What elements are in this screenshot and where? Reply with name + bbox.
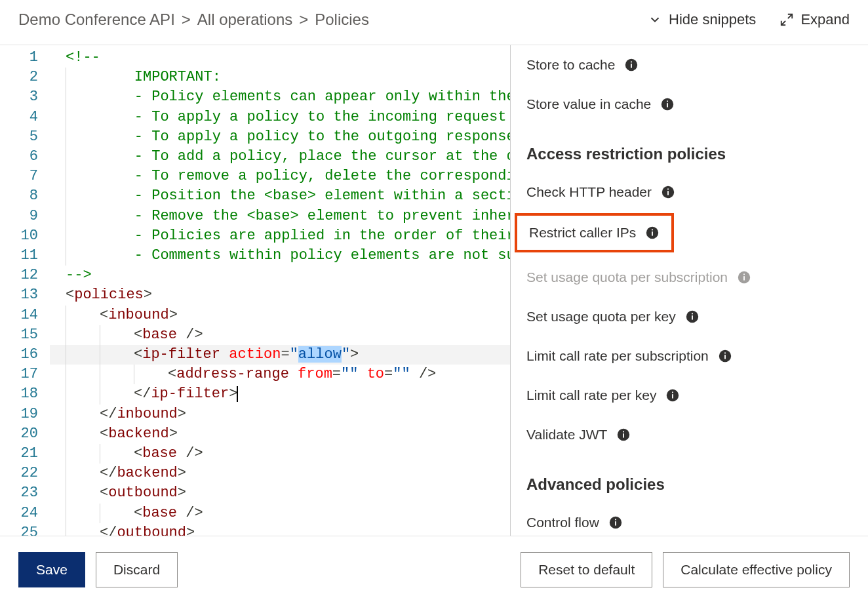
code-line[interactable]: <!-- xyxy=(50,48,510,68)
svg-rect-18 xyxy=(692,315,693,319)
line-number: 13 xyxy=(0,285,50,305)
snippet-label: Control flow xyxy=(526,515,599,530)
expand-icon xyxy=(779,12,794,27)
info-icon[interactable] xyxy=(665,388,680,403)
code-line[interactable]: </outbound> xyxy=(50,523,510,536)
code-line[interactable]: </ip-filter> xyxy=(50,384,510,404)
svg-rect-24 xyxy=(672,394,673,398)
code-line[interactable]: <base /> xyxy=(50,444,510,464)
line-number: 18 xyxy=(0,384,50,404)
svg-rect-27 xyxy=(623,433,624,437)
snippet-item[interactable]: Store value in cache xyxy=(526,85,852,124)
line-number: 6 xyxy=(0,147,50,167)
line-number: 16 xyxy=(0,345,50,365)
line-number: 11 xyxy=(0,246,50,266)
line-number: 2 xyxy=(0,68,50,87)
info-icon[interactable] xyxy=(608,515,623,530)
snippet-item[interactable]: Limit call rate per subscription xyxy=(526,336,852,376)
line-number: 8 xyxy=(0,186,50,206)
snippets-pane: Store to cacheStore value in cacheAccess… xyxy=(511,45,868,536)
svg-line-0 xyxy=(788,14,792,18)
expand-label: Expand xyxy=(800,11,850,28)
breadcrumb-separator: > xyxy=(299,10,308,29)
snippet-label: Store value in cache xyxy=(526,96,651,112)
discard-button[interactable]: Discard xyxy=(96,552,178,587)
header: Demo Conference API > All operations > P… xyxy=(0,0,868,45)
code-line[interactable]: --> xyxy=(50,266,510,285)
code-line[interactable]: - To add a policy, place the cursor at t… xyxy=(50,147,510,167)
svg-rect-7 xyxy=(667,101,668,102)
line-number: 24 xyxy=(0,504,50,523)
reset-button[interactable]: Reset to default xyxy=(521,552,652,587)
svg-rect-21 xyxy=(724,355,726,359)
line-number: 1 xyxy=(0,48,50,68)
snippet-label: Limit call rate per key xyxy=(526,387,656,403)
svg-rect-19 xyxy=(692,313,693,315)
snippet-label: Check HTTP header xyxy=(526,184,652,200)
code-line[interactable]: - To apply a policy to the incoming requ… xyxy=(50,108,510,127)
info-icon[interactable] xyxy=(718,349,732,363)
code-line[interactable]: <inbound> xyxy=(50,306,510,325)
snippet-item[interactable]: Store to cache xyxy=(526,45,852,85)
breadcrumb-separator: > xyxy=(182,10,191,29)
calculate-button[interactable]: Calculate effective policy xyxy=(663,552,850,587)
snippet-label: Set usage quota per subscription xyxy=(526,269,728,285)
line-number: 19 xyxy=(0,405,50,424)
snippet-item[interactable]: Set usage quota per key xyxy=(526,297,852,336)
code-line[interactable]: - Policies are applied in the order of t… xyxy=(50,226,510,246)
code-editor[interactable]: <!-- IMPORTANT: - Policy elements can ap… xyxy=(50,45,510,536)
snippet-item[interactable]: Set usage quota per subscription xyxy=(526,258,852,297)
svg-rect-3 xyxy=(631,64,633,68)
snippet-label: Set usage quota per key xyxy=(526,309,676,325)
info-icon[interactable] xyxy=(616,427,631,442)
snippet-section-title: Access restriction policies xyxy=(526,124,852,172)
code-line[interactable]: <backend> xyxy=(50,424,510,444)
info-icon[interactable] xyxy=(660,97,675,111)
code-line[interactable]: <base /> xyxy=(50,504,510,523)
header-actions: Hide snippets Expand xyxy=(648,11,850,28)
snippet-label: Store to cache xyxy=(526,57,615,73)
info-icon[interactable] xyxy=(661,185,675,199)
code-line[interactable]: <ip-filter action="allow"> xyxy=(50,345,510,365)
svg-rect-10 xyxy=(667,189,669,190)
snippet-item[interactable]: Check HTTP header xyxy=(526,172,852,212)
line-number: 4 xyxy=(0,108,50,127)
line-number: 22 xyxy=(0,464,50,483)
hide-snippets-button[interactable]: Hide snippets xyxy=(648,11,756,28)
code-line[interactable]: </inbound> xyxy=(50,405,510,424)
svg-rect-22 xyxy=(724,353,726,354)
snippet-item[interactable]: Limit call rate per key xyxy=(526,376,852,415)
code-line[interactable]: - Position the <base> element within a s… xyxy=(50,186,510,206)
code-line[interactable]: <address-range from="" to="" /> xyxy=(50,365,510,384)
breadcrumb-item[interactable]: Demo Conference API xyxy=(18,10,175,29)
svg-rect-16 xyxy=(743,274,745,275)
expand-button[interactable]: Expand xyxy=(779,11,850,28)
code-line[interactable]: <outbound> xyxy=(50,483,510,503)
snippet-item[interactable]: Control flow xyxy=(526,503,852,536)
svg-rect-4 xyxy=(631,62,633,63)
code-line[interactable]: - Remove the <base> element to prevent i… xyxy=(50,207,510,226)
code-line[interactable]: - Policy elements can appear only within… xyxy=(50,87,510,107)
code-line[interactable]: </backend> xyxy=(50,464,510,483)
chevron-down-icon xyxy=(648,12,662,27)
snippet-item[interactable]: Validate JWT xyxy=(526,415,852,454)
info-icon[interactable] xyxy=(624,58,639,72)
info-icon[interactable] xyxy=(685,309,700,324)
code-line[interactable]: - To apply a policy to the outgoing resp… xyxy=(50,127,510,147)
line-number: 17 xyxy=(0,365,50,384)
snippet-label: Validate JWT xyxy=(526,427,607,443)
code-line[interactable]: - Comments within policy elements are no… xyxy=(50,246,510,266)
breadcrumb-item[interactable]: All operations xyxy=(197,10,292,29)
code-line[interactable]: <base /> xyxy=(50,325,510,345)
save-button[interactable]: Save xyxy=(18,552,85,587)
info-icon[interactable] xyxy=(737,270,751,285)
snippet-item-highlighted[interactable]: Restrict caller IPs xyxy=(515,213,674,252)
code-line[interactable]: <policies> xyxy=(50,285,510,305)
breadcrumb: Demo Conference API > All operations > P… xyxy=(18,10,369,29)
info-icon[interactable] xyxy=(645,226,660,240)
code-line[interactable]: - To remove a policy, delete the corresp… xyxy=(50,167,510,186)
svg-rect-9 xyxy=(667,191,669,195)
line-number: 14 xyxy=(0,306,50,325)
code-line[interactable]: IMPORTANT: xyxy=(50,68,510,87)
main: 1234567891011121314151617181920212223242… xyxy=(0,45,868,536)
